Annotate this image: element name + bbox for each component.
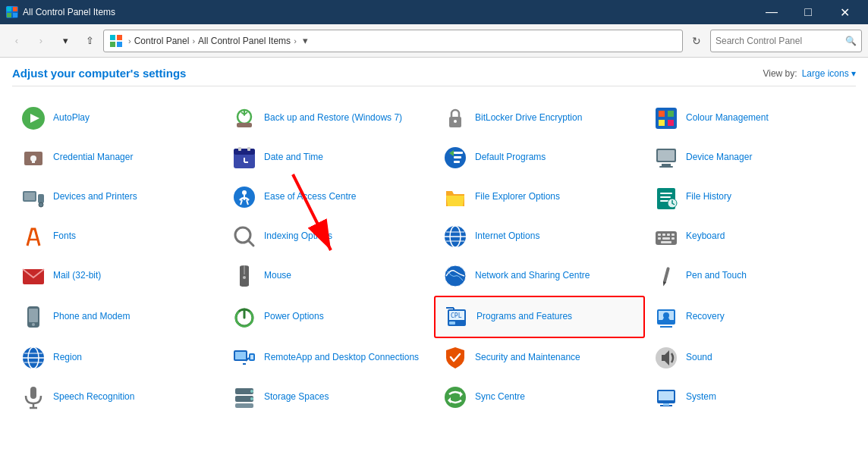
- svg-rect-25: [234, 149, 255, 155]
- svg-rect-64: [671, 234, 675, 236]
- app-icon: [6, 6, 18, 18]
- datetime-icon: [231, 144, 258, 171]
- svg-rect-63: [667, 234, 670, 236]
- control-item-sync[interactable]: Sync Centre: [434, 378, 645, 417]
- control-item-keyboard[interactable]: Keyboard: [645, 217, 856, 256]
- svg-point-41: [39, 202, 43, 207]
- control-item-datetime[interactable]: Date and Time: [223, 138, 434, 177]
- default-label: Default Programs: [475, 152, 546, 164]
- control-item-power[interactable]: Power Options: [223, 296, 434, 338]
- control-item-system[interactable]: System: [645, 378, 856, 417]
- search-icon[interactable]: 🔍: [845, 36, 857, 46]
- bitlocker-label: BitLocker Drive Encryption: [475, 112, 582, 124]
- control-item-remoteapp[interactable]: RemoteApp and Desktop Connections: [223, 338, 434, 378]
- up-button[interactable]: ⇧: [79, 30, 100, 52]
- svg-rect-18: [668, 111, 674, 117]
- back-button[interactable]: ‹: [6, 30, 27, 52]
- control-item-file-history[interactable]: File History: [645, 177, 856, 217]
- autoplay-label: AutoPlay: [53, 112, 90, 124]
- control-item-mail[interactable]: Mail (32-bit): [12, 256, 223, 296]
- search-box[interactable]: 🔍: [710, 30, 862, 52]
- credential-icon: [20, 144, 47, 171]
- svg-rect-33: [454, 161, 460, 163]
- mail-label: Mail (32-bit): [53, 270, 101, 282]
- svg-point-15: [454, 120, 457, 123]
- credential-label: Credential Manager: [53, 152, 133, 164]
- control-item-devices[interactable]: Devices and Printers: [12, 177, 223, 217]
- window-controls: — □ ✕: [754, 0, 862, 24]
- control-item-autoplay[interactable]: AutoPlay: [12, 99, 223, 138]
- recovery-label: Recovery: [686, 311, 725, 323]
- control-item-credential[interactable]: Credential Manager: [12, 138, 223, 177]
- control-item-bitlocker[interactable]: BitLocker Drive Encryption: [434, 99, 645, 138]
- svg-rect-114: [659, 391, 674, 400]
- close-button[interactable]: ✕: [827, 0, 862, 24]
- svg-rect-6: [110, 42, 115, 47]
- svg-rect-35: [658, 150, 675, 161]
- control-item-phone[interactable]: Phone and Modem: [12, 296, 223, 338]
- svg-rect-66: [662, 237, 670, 240]
- control-item-mouse[interactable]: Mouse: [223, 256, 434, 296]
- recent-locations-button[interactable]: ▾: [55, 30, 76, 52]
- svg-rect-1: [13, 7, 17, 11]
- svg-text:CPL: CPL: [451, 312, 462, 319]
- control-item-storage[interactable]: Storage Spaces: [223, 378, 434, 417]
- refresh-button[interactable]: ↻: [686, 30, 707, 52]
- sound-label: Sound: [686, 352, 712, 364]
- svg-rect-68: [661, 241, 671, 243]
- svg-rect-7: [117, 42, 122, 47]
- control-item-default[interactable]: Default Programs: [434, 138, 645, 177]
- backup-label: Back up and Restore (Windows 7): [264, 112, 402, 124]
- devices-icon: [20, 183, 47, 211]
- control-item-internet[interactable]: Internet Options: [434, 217, 645, 256]
- svg-rect-40: [38, 194, 44, 203]
- control-item-backup[interactable]: Back up and Restore (Windows 7): [223, 99, 434, 138]
- security-label: Security and Maintenance: [475, 352, 580, 364]
- control-item-programs[interactable]: CPLPrograms and Features: [434, 296, 645, 338]
- internet-label: Internet Options: [475, 230, 539, 243]
- svg-rect-39: [24, 193, 35, 200]
- svg-rect-37: [659, 166, 673, 168]
- minimize-button[interactable]: —: [754, 0, 789, 24]
- bitlocker-icon: [442, 105, 469, 132]
- control-item-device-manager[interactable]: Device Manager: [645, 138, 856, 177]
- svg-rect-76: [29, 309, 38, 322]
- control-item-region[interactable]: Region: [12, 338, 223, 378]
- control-item-pen[interactable]: Pen and Touch: [645, 256, 856, 296]
- file-explorer-label: File Explorer Options: [475, 191, 560, 203]
- svg-rect-23: [32, 159, 35, 163]
- address-dropdown-button[interactable]: ▾: [297, 30, 315, 52]
- control-item-indexing[interactable]: Indexing Options: [223, 217, 434, 256]
- control-item-recovery[interactable]: Recovery: [645, 296, 856, 338]
- control-item-file-explorer[interactable]: File Explorer Options: [434, 177, 645, 217]
- svg-rect-102: [30, 387, 36, 399]
- file-history-label: File History: [686, 191, 731, 203]
- mouse-icon: [231, 262, 258, 290]
- svg-rect-32: [454, 156, 461, 158]
- svg-point-71: [243, 276, 246, 279]
- breadcrumb-all-items: All Control Panel Items: [198, 36, 291, 46]
- control-item-speech[interactable]: Speech Recognition: [12, 378, 223, 417]
- search-input[interactable]: [715, 36, 845, 46]
- forward-button[interactable]: ›: [30, 30, 52, 52]
- page-subtitle: Adjust your computer's settings: [12, 67, 186, 80]
- maximize-button[interactable]: □: [791, 0, 826, 24]
- colour-label: Colour Management: [686, 112, 769, 124]
- phone-icon: [20, 303, 47, 331]
- control-item-colour[interactable]: Colour Management: [645, 99, 856, 138]
- control-item-sound[interactable]: Sound: [645, 338, 856, 378]
- address-field[interactable]: › Control Panel › All Control Panel Item…: [103, 30, 683, 52]
- pen-icon: [653, 262, 680, 290]
- control-item-network[interactable]: Network and Sharing Centre: [434, 256, 645, 296]
- svg-rect-3: [13, 13, 17, 17]
- breadcrumb-control-panel: Control Panel: [134, 36, 190, 46]
- sync-label: Sync Centre: [475, 391, 525, 403]
- sync-icon: [442, 384, 469, 411]
- indexing-icon: [231, 223, 258, 250]
- view-by-dropdown[interactable]: Large icons ▾: [802, 68, 856, 79]
- control-item-ease[interactable]: Ease of Access Centre: [223, 177, 434, 217]
- control-item-fonts[interactable]: Fonts: [12, 217, 223, 256]
- device-manager-icon: [653, 144, 680, 171]
- svg-point-107: [250, 390, 253, 393]
- control-item-security[interactable]: Security and Maintenance: [434, 338, 645, 378]
